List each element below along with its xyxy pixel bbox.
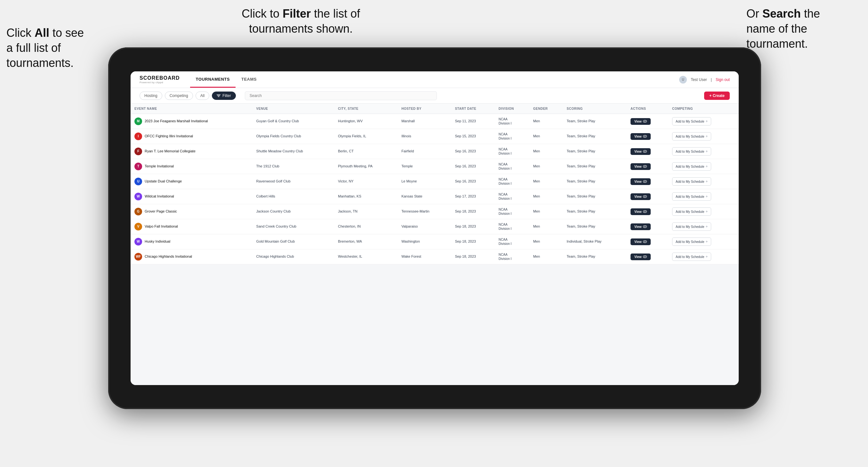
- actions-cell: View: [627, 159, 668, 174]
- event-name-cell: WF Chicago Highlands Invitational: [131, 249, 252, 264]
- view-button[interactable]: View: [630, 208, 651, 215]
- venue-cell: Jackson Country Club: [252, 204, 334, 219]
- division-cell: NCAADivision I: [495, 204, 529, 219]
- create-button[interactable]: + Create: [704, 92, 730, 100]
- header-right: U Test User | Sign out: [679, 76, 730, 84]
- filter-button[interactable]: Filter: [212, 92, 236, 100]
- team-logo: I: [134, 132, 142, 140]
- event-name: Chicago Highlands Invitational: [145, 254, 192, 259]
- tournaments-table: EVENT NAME VENUE CITY, STATE HOSTED BY S…: [131, 104, 739, 264]
- start-date-cell: Sep 15, 2023: [451, 129, 495, 144]
- add-schedule-button[interactable]: Add to My Schedule +: [672, 132, 712, 141]
- view-button[interactable]: View: [630, 239, 651, 245]
- col-scoring: SCORING: [563, 104, 627, 114]
- svg-point-16: [644, 181, 645, 182]
- scoring-cell: Team, Stroke Play: [563, 129, 627, 144]
- start-date-cell: Sep 16, 2023: [451, 174, 495, 189]
- start-date-cell: Sep 18, 2023: [451, 249, 495, 264]
- actions-cell: View: [627, 234, 668, 249]
- competing-button[interactable]: Competing: [165, 92, 193, 100]
- view-button[interactable]: View: [630, 163, 651, 170]
- svg-point-12: [644, 151, 645, 152]
- signout-link[interactable]: Sign out: [716, 77, 730, 82]
- all-button[interactable]: All: [195, 92, 209, 100]
- add-schedule-button[interactable]: Add to My Schedule +: [672, 253, 712, 261]
- event-name-cell: U Upstate Dual Challenge: [131, 174, 252, 189]
- start-date-cell: Sep 18, 2023: [451, 234, 495, 249]
- add-schedule-button[interactable]: Add to My Schedule +: [672, 208, 712, 216]
- table-row: M 2023 Joe Feaganes Marshall Invitationa…: [131, 114, 739, 129]
- gender-cell: Men: [529, 144, 563, 159]
- col-event-name: EVENT NAME: [131, 104, 252, 114]
- table-row: G Grover Page Classic Jackson Country Cl…: [131, 204, 739, 219]
- col-start-date: START DATE: [451, 104, 495, 114]
- scoring-cell: Team, Stroke Play: [563, 114, 627, 129]
- actions-cell: View: [627, 144, 668, 159]
- event-name: 2023 Joe Feaganes Marshall Invitational: [145, 119, 208, 124]
- gender-cell: Men: [529, 114, 563, 129]
- add-schedule-button[interactable]: Add to My Schedule +: [672, 192, 712, 201]
- event-name: Ryan T. Lee Memorial Collegiate: [145, 149, 195, 154]
- logo-title: SCOREBOARD: [140, 75, 180, 81]
- eye-icon: [643, 210, 647, 213]
- start-date-cell: Sep 18, 2023: [451, 204, 495, 219]
- actions-cell: View: [627, 204, 668, 219]
- svg-point-18: [644, 196, 645, 197]
- division-cell: NCAADivision I: [495, 144, 529, 159]
- division-cell: NCAADivision I: [495, 219, 529, 234]
- event-name-cell: F Ryan T. Lee Memorial Collegiate: [131, 144, 252, 159]
- view-button[interactable]: View: [630, 148, 651, 155]
- plus-icon: +: [705, 179, 708, 184]
- event-name: OFCC Fighting Illini Invitational: [145, 134, 193, 138]
- app-header: SCOREBOARD Powered by clippd TOURNAMENTS…: [131, 71, 739, 88]
- hosted-by-cell: Marshall: [398, 114, 451, 129]
- event-name-cell: W Husky Individual: [131, 234, 252, 249]
- svg-point-24: [644, 241, 645, 242]
- svg-point-10: [644, 136, 645, 137]
- eye-icon: [643, 195, 647, 198]
- view-button[interactable]: View: [630, 223, 651, 230]
- add-schedule-button[interactable]: Add to My Schedule +: [672, 147, 712, 156]
- event-name: Upstate Dual Challenge: [145, 179, 182, 184]
- add-schedule-button[interactable]: Add to My Schedule +: [672, 222, 712, 231]
- hosted-by-cell: Wake Forest: [398, 249, 451, 264]
- hosted-by-cell: Illinois: [398, 129, 451, 144]
- svg-point-20: [644, 211, 645, 212]
- nav-tab-tournaments[interactable]: TOURNAMENTS: [190, 71, 236, 88]
- scoring-cell: Team, Stroke Play: [563, 249, 627, 264]
- venue-cell: Ravenwood Golf Club: [252, 174, 334, 189]
- event-name: Wildcat Invitational: [145, 194, 174, 199]
- team-logo: V: [134, 223, 142, 230]
- division-cell: NCAADivision I: [495, 114, 529, 129]
- start-date-cell: Sep 18, 2023: [451, 219, 495, 234]
- view-button[interactable]: View: [630, 178, 651, 185]
- competing-cell: Add to My Schedule +: [668, 249, 739, 264]
- scoring-cell: Team, Stroke Play: [563, 204, 627, 219]
- team-logo: F: [134, 148, 142, 155]
- svg-point-22: [644, 226, 645, 227]
- table-row: WF Chicago Highlands Invitational Chicag…: [131, 249, 739, 264]
- event-name-cell: I OFCC Fighting Illini Invitational: [131, 129, 252, 144]
- view-button[interactable]: View: [630, 193, 651, 200]
- hosting-button[interactable]: Hosting: [140, 92, 162, 100]
- team-logo: W: [134, 193, 142, 200]
- col-city-state: CITY, STATE: [334, 104, 398, 114]
- view-button[interactable]: View: [630, 133, 651, 140]
- actions-cell: View: [627, 174, 668, 189]
- add-schedule-button[interactable]: Add to My Schedule +: [672, 177, 712, 186]
- event-name-cell: M 2023 Joe Feaganes Marshall Invitationa…: [131, 114, 252, 129]
- scoring-cell: Individual, Stroke Play: [563, 234, 627, 249]
- view-button[interactable]: View: [630, 253, 651, 260]
- scoring-cell: Team, Stroke Play: [563, 189, 627, 204]
- view-button[interactable]: View: [630, 118, 651, 125]
- col-hosted-by: HOSTED BY: [398, 104, 451, 114]
- add-schedule-button[interactable]: Add to My Schedule +: [672, 117, 712, 125]
- col-competing: COMPETING: [668, 104, 739, 114]
- nav-tab-teams[interactable]: TEAMS: [236, 71, 262, 88]
- add-schedule-button[interactable]: Add to My Schedule +: [672, 162, 712, 170]
- table-row: W Husky Individual Gold Mountain Golf Cl…: [131, 234, 739, 249]
- add-schedule-button[interactable]: Add to My Schedule +: [672, 238, 712, 246]
- search-input[interactable]: [245, 91, 437, 100]
- eye-icon: [643, 225, 647, 228]
- competing-cell: Add to My Schedule +: [668, 144, 739, 159]
